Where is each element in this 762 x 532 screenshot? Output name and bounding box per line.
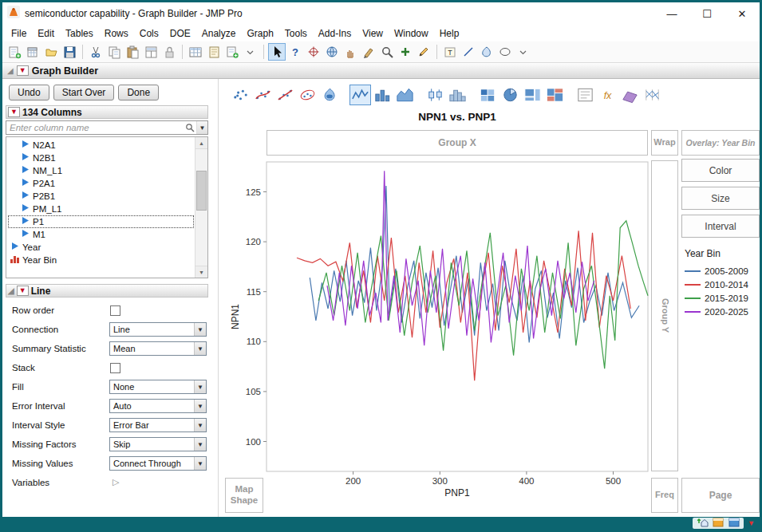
new-journal-icon[interactable] <box>6 43 23 61</box>
collapse-triangle-icon[interactable]: ◢ <box>8 287 14 295</box>
wrap-zone[interactable]: Wrap <box>651 130 678 156</box>
open-icon[interactable] <box>42 43 60 61</box>
column-item-year-bin[interactable]: Year Bin <box>8 254 194 266</box>
dropdown-missing-values[interactable]: Connect Through▼ <box>109 456 207 471</box>
dropdown-connection[interactable]: Line▼ <box>109 322 207 337</box>
maximize-button[interactable]: ☐ <box>689 2 724 25</box>
group-y-zone[interactable]: Group Y <box>651 160 678 471</box>
columns-scrollbar[interactable]: ▲ ▼ <box>195 137 207 278</box>
menu-help[interactable]: Help <box>434 26 465 41</box>
graph-type-ellipse-icon[interactable] <box>297 85 318 105</box>
scroll-up-icon[interactable]: ▲ <box>195 137 207 149</box>
graph-type-contour-icon[interactable] <box>319 85 341 105</box>
column-search-input[interactable] <box>6 123 184 132</box>
dropdown-fill[interactable]: None▼ <box>109 380 207 394</box>
help-icon[interactable]: ? <box>286 43 304 61</box>
graph-type-heatmap-icon[interactable] <box>477 85 499 105</box>
zone-button-size[interactable]: Size <box>681 187 760 210</box>
column-item-m1[interactable]: M1 <box>8 228 194 241</box>
group-x-zone[interactable]: Group X <box>267 130 648 156</box>
oval-tool-icon[interactable] <box>496 43 514 61</box>
line-tool-icon[interactable] <box>460 43 477 61</box>
globe-icon[interactable] <box>323 43 341 61</box>
save-icon[interactable] <box>61 43 78 61</box>
lock-icon[interactable] <box>160 43 178 61</box>
graph-type-pie-icon[interactable] <box>499 85 521 105</box>
overflow-icon[interactable] <box>242 43 259 61</box>
graph-type-histogram-icon[interactable] <box>447 85 468 105</box>
column-item-pm-l1[interactable]: PM_L1 <box>8 203 194 215</box>
cut-icon[interactable] <box>87 43 105 61</box>
scrollbar-thumb[interactable] <box>196 171 207 211</box>
menu-analyze[interactable]: Analyze <box>196 26 242 41</box>
annotate-icon[interactable]: T <box>441 43 459 61</box>
column-item-year[interactable]: Year <box>8 241 194 254</box>
menu-view[interactable]: View <box>357 26 389 41</box>
magnifier-icon[interactable] <box>378 43 396 61</box>
graph-type-smoother-icon[interactable] <box>252 85 274 105</box>
journal-icon[interactable] <box>205 43 223 61</box>
dropdown-interval-style[interactable]: Error Bar▼ <box>109 418 207 432</box>
home-up-icon[interactable] <box>696 516 709 530</box>
column-item-p1[interactable]: P1 <box>8 215 194 228</box>
add-data-icon[interactable] <box>223 43 241 61</box>
column-item-n2b1[interactable]: N2B1 <box>8 152 194 164</box>
menu-tables[interactable]: Tables <box>60 26 99 41</box>
freq-zone[interactable]: Freq <box>651 478 678 513</box>
dropdown-missing-factors[interactable]: Skip▼ <box>109 437 207 451</box>
graph-type-points-icon[interactable] <box>230 85 251 105</box>
layout-icon[interactable] <box>142 43 160 61</box>
red-triangle-menu-icon[interactable]: ▼ <box>17 286 29 296</box>
scroll-down-icon[interactable]: ▼ <box>195 266 207 278</box>
red-triangle-menu-icon[interactable]: ▼ <box>8 107 20 117</box>
search-dropdown-icon[interactable]: ▼ <box>196 121 207 134</box>
graph-type-treemap-icon[interactable] <box>522 85 543 105</box>
dropdown-summary-statistic[interactable]: Mean▼ <box>109 341 207 356</box>
zone-button-color[interactable]: Color <box>681 159 760 182</box>
menu-file[interactable]: File <box>6 26 32 41</box>
graph-type-caption-box-icon[interactable] <box>574 85 596 105</box>
graph-type-bar-icon[interactable] <box>372 85 393 105</box>
checkbox-stack[interactable] <box>110 363 120 373</box>
graph-type-area-icon[interactable] <box>394 85 416 105</box>
menu-edit[interactable]: Edit <box>32 26 60 41</box>
undo-button[interactable]: Undo <box>9 85 49 100</box>
legend-item-2020-2025[interactable]: 2020-2025 <box>685 305 748 318</box>
close-button[interactable]: ✕ <box>724 2 760 25</box>
checkbox-row-order[interactable] <box>110 305 120 316</box>
legend-item-2005-2009[interactable]: 2005-2009 <box>685 264 748 278</box>
status-red-triangle-icon[interactable]: ▼ <box>748 520 755 527</box>
start-over-button[interactable]: Start Over <box>53 85 115 100</box>
new-data-table-icon[interactable] <box>24 43 41 61</box>
menu-tools[interactable]: Tools <box>279 26 313 41</box>
column-item-p2b1[interactable]: P2B1 <box>8 190 194 203</box>
graph-type-surface-icon[interactable] <box>619 85 641 105</box>
polygon-tool-icon[interactable] <box>478 43 495 61</box>
plot-svg[interactable]: 100105110115120125200300400500PNP1NPN1 <box>227 160 654 502</box>
zoom-in-icon[interactable] <box>397 43 414 61</box>
graph-type-parallel-icon[interactable] <box>642 85 663 105</box>
zone-button-interval[interactable]: Interval <box>681 215 760 238</box>
legend-item-2010-2014[interactable]: 2010-2014 <box>685 278 748 291</box>
done-button[interactable]: Done <box>118 85 159 100</box>
data-table-icon[interactable] <box>187 43 204 61</box>
graph-type-line-icon[interactable] <box>349 85 371 105</box>
graph-type-formula-icon[interactable]: fx <box>597 85 618 105</box>
column-item-nm-l1[interactable]: NM_L1 <box>8 164 194 177</box>
crosshair-icon[interactable] <box>305 43 322 61</box>
collapse-triangle-icon[interactable]: ◢ <box>7 67 14 75</box>
pencil-icon[interactable] <box>415 43 432 61</box>
window-orange-icon[interactable] <box>712 516 724 530</box>
window-blue-icon[interactable] <box>728 516 740 530</box>
graph-type-line-of-fit-icon[interactable] <box>274 85 296 105</box>
menu-window[interactable]: Window <box>389 26 434 41</box>
page-zone[interactable]: Page <box>681 478 760 513</box>
graph-type-box-plot-icon[interactable] <box>424 85 446 105</box>
legend-item-2015-2019[interactable]: 2015-2019 <box>685 291 748 305</box>
menu-add-ins[interactable]: Add-Ins <box>313 26 357 41</box>
paste-icon[interactable] <box>124 43 141 61</box>
red-triangle-menu-icon[interactable]: ▼ <box>17 65 29 76</box>
dropdown-error-interval[interactable]: Auto▼ <box>109 399 207 413</box>
overflow-icon[interactable] <box>515 43 532 61</box>
menu-rows[interactable]: Rows <box>99 26 134 41</box>
